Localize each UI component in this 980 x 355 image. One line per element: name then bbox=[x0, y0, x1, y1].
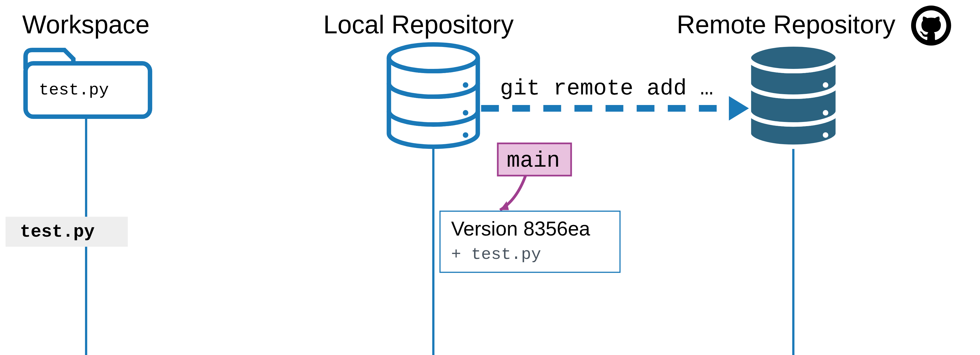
commit-box: Version 8356ea + test.py bbox=[440, 211, 620, 272]
heading-local: Local Repository bbox=[323, 10, 514, 39]
svg-point-5 bbox=[463, 132, 468, 138]
svg-point-2 bbox=[389, 45, 478, 71]
folder-icon: test.py bbox=[25, 50, 150, 117]
svg-point-3 bbox=[463, 82, 468, 88]
folder-file-label: test.py bbox=[39, 81, 109, 99]
database-icon-remote bbox=[749, 45, 838, 146]
git-diagram: Workspace test.py test.py Local Reposito… bbox=[0, 0, 980, 355]
branch-tag: main bbox=[498, 143, 571, 175]
svg-point-12 bbox=[823, 132, 828, 138]
tracked-file-label: test.py bbox=[20, 222, 95, 242]
branch-pointer-arrowhead bbox=[500, 201, 509, 210]
svg-point-10 bbox=[823, 82, 828, 88]
svg-point-11 bbox=[823, 110, 828, 116]
svg-point-9 bbox=[749, 45, 838, 71]
command-label: git remote add … bbox=[500, 76, 713, 101]
github-icon bbox=[911, 6, 951, 46]
svg-point-4 bbox=[463, 110, 468, 116]
database-icon-local bbox=[389, 45, 478, 146]
heading-workspace: Workspace bbox=[22, 10, 150, 39]
remote-add-arrow-head bbox=[729, 96, 749, 121]
branch-pointer-arrow bbox=[500, 175, 526, 210]
branch-label: main bbox=[507, 148, 560, 174]
commit-title: Version 8356ea bbox=[451, 218, 590, 240]
tracked-file-tag: test.py bbox=[6, 217, 128, 247]
commit-sub: + test.py bbox=[451, 245, 541, 264]
heading-remote: Remote Repository bbox=[677, 10, 896, 39]
